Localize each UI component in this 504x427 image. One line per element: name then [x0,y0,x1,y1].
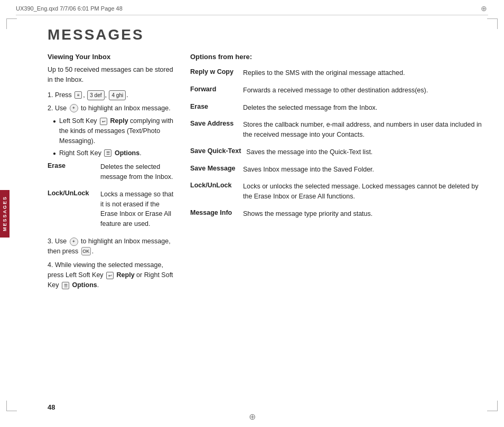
right-option-row: Save MessageSaves Inbox message into the… [190,165,488,175]
lockunlock-def: Locks a message so that it is not erased… [100,189,174,229]
nav-icon [70,104,78,112]
right-option-term: Forward [190,86,243,93]
right-option-def: Saves Inbox message into the Saved Folde… [243,165,488,175]
right-soft-key-icon: ☰ [104,149,111,157]
left-soft-key-icon-2: ↩ [106,272,114,279]
right-option-row: Save Quick-TextSaves the message into th… [190,147,488,157]
reply-bold-2: Reply [117,271,135,279]
corner-bl [6,401,17,411]
bullet-dot-2: ● [53,149,56,157]
step3-label: 3. Use [48,238,69,245]
bottom-crosshair-icon: ⊕ [249,412,256,422]
right-option-term: Save Message [190,165,243,172]
right-option-row: Message InfoShows the message type prior… [190,209,488,219]
side-tab-label: MESSAGES [2,196,7,231]
bullet-dot-1: ● [53,117,56,125]
main-content: Viewing Your Inbox Up to 50 received mes… [48,53,488,401]
right-option-def: Replies to the SMS with the original mes… [243,68,488,78]
right-option-def: Deletes the selected message from the In… [243,103,488,113]
left-column: Viewing Your Inbox Up to 50 received mes… [48,53,174,401]
key-4ghi-icon: 4 ghi [109,90,126,100]
step2-label: 2. Use [48,105,69,112]
page-number: 48 [48,403,55,411]
reply-bold: Reply [110,117,128,125]
left-section-title: Viewing Your Inbox [48,53,174,61]
step2-suffix: to highlight an Inbox message. [81,105,171,112]
lockunlock-term: Lock/UnLock [48,189,100,197]
side-tab: MESSAGES [0,190,10,238]
right-option-row: Lock/UnLockLocks or unlocks the selected… [190,182,488,202]
erase-def: Deletes the selected message from the In… [100,162,174,182]
right-option-term: Reply w Copy [190,68,243,75]
bullet-1-text: Left Soft Key ↩ Reply complying with the… [59,116,174,146]
bullet-2-text: Right Soft Key ☰ Options. [59,148,142,158]
bullet-item-1: ● Left Soft Key ↩ Reply complying with t… [53,116,174,146]
right-option-row: Reply w CopyReplies to the SMS with the … [190,68,488,78]
key-3def-icon: 3 def [87,90,104,100]
right-option-def: Saves the message into the Quick-Text li… [246,147,488,157]
right-option-def: Shows the message type priority and stat… [243,209,488,219]
right-option-def: Locks or unlocks the selected message. L… [243,182,488,202]
bullet-list: ● Left Soft Key ↩ Reply complying with t… [53,116,174,158]
options-bold: Options [115,149,139,157]
right-option-term: Lock/UnLock [190,182,243,189]
corner-br [487,401,498,411]
corner-tr [487,18,498,29]
page-title: MESSAGES [48,26,144,43]
step3: 3. Use to highlight an Inbox message, th… [48,236,174,257]
left-soft-key-icon: ↩ [100,118,107,125]
right-option-term: Save Quick-Text [190,147,246,155]
header-bar: UX390_Eng.qxd 7/7/06 6:01 PM Page 48 [16,4,488,15]
intro-text: Up to 50 received messages can be stored… [48,65,174,85]
step4: 4. While viewing the selected message, p… [48,260,174,290]
file-info: UX390_Eng.qxd 7/7/06 6:01 PM Page 48 [16,5,123,12]
option-lockunlock: Lock/UnLock Locks a message so that it i… [48,189,174,229]
right-option-def: Stores the callback number, e-mail addre… [243,120,488,140]
ok-icon: OK [81,247,91,255]
right-option-def: Forwards a received message to other des… [243,86,488,96]
option-erase: Erase Deletes the selected message from … [48,162,174,182]
right-option-row: Save AddressStores the callback number, … [190,120,488,140]
step2: 2. Use to highlight an Inbox message. [48,103,174,113]
right-option-term: Save Address [190,120,243,127]
right-option-term: Message Info [190,209,243,216]
nav-icon-2 [70,238,78,246]
step1-label: 1. Press [48,91,73,99]
right-soft-key-icon-2: ☰ [62,282,69,289]
right-option-row: EraseDeletes the selected message from t… [190,103,488,113]
corner-tl [6,18,17,29]
crosshair-icon [480,4,488,13]
right-option-row: ForwardForwards a received message to ot… [190,86,488,96]
step1: 1. Press ≡, 3 def, 4 ghi. [48,90,174,100]
right-column: Options from here: Reply w CopyReplies t… [190,53,488,401]
erase-term: Erase [48,162,100,169]
bullet-item-2: ● Right Soft Key ☰ Options. [53,148,174,158]
options-bold-2: Options [72,281,97,289]
right-section-title: Options from here: [190,53,488,61]
right-options: Reply w CopyReplies to the SMS with the … [190,68,488,219]
right-option-term: Erase [190,103,243,110]
menu-icon: ≡ [74,91,82,99]
